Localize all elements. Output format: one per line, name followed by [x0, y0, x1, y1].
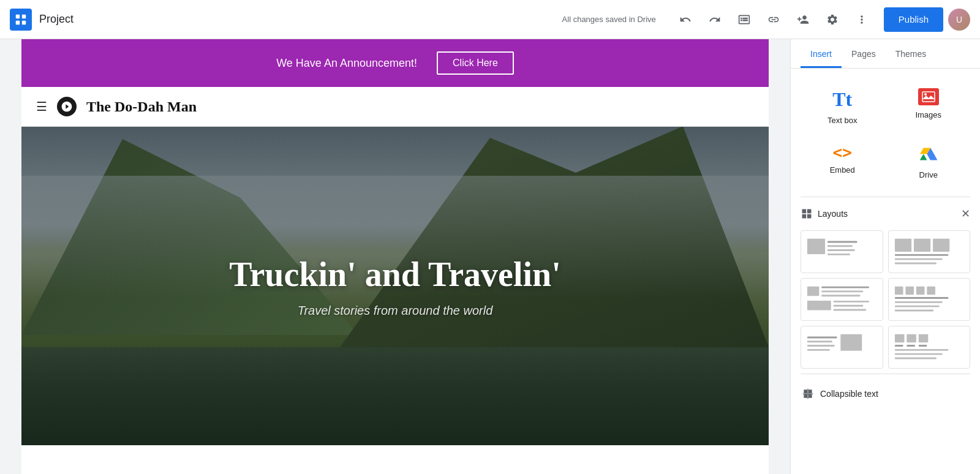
svg-rect-41: [918, 334, 928, 343]
announcement-button[interactable]: Click Here: [437, 51, 514, 75]
svg-rect-10: [827, 249, 855, 251]
svg-rect-0: [16, 14, 20, 18]
layouts-chevron-icon: ✕: [961, 207, 970, 220]
panel-content: Tt Text box Images <>: [791, 69, 980, 474]
svg-rect-17: [894, 262, 936, 264]
undo-button[interactable]: [673, 7, 698, 32]
layout-item-4[interactable]: [888, 278, 971, 321]
collapsible-text-section[interactable]: Collapsible text: [801, 379, 970, 404]
svg-rect-14: [933, 239, 949, 252]
layouts-grid: [801, 230, 970, 369]
announcement-bar: We Have An Announcement! Click Here: [21, 39, 769, 87]
site-logo-icon: [57, 97, 77, 116]
layout-item-5[interactable]: [801, 326, 883, 369]
svg-rect-21: [821, 290, 863, 292]
collapsible-icon: [801, 386, 815, 401]
svg-rect-38: [840, 334, 862, 351]
svg-rect-19: [807, 301, 831, 310]
toolbar-actions: Publish U: [673, 7, 970, 32]
insert-grid: Tt Text box Images <>: [801, 78, 970, 187]
layout-preview-4: [894, 284, 965, 315]
layout-preview-3: [806, 284, 878, 315]
panel-tabs: Insert Pages Themes: [791, 39, 980, 69]
embed-icon: <>: [833, 145, 852, 160]
drive-icon: [918, 145, 939, 165]
page-area: We Have An Announcement! Click Here ☰ Th…: [0, 39, 790, 474]
insert-images[interactable]: Images: [887, 78, 971, 132]
svg-rect-47: [894, 358, 936, 359]
svg-rect-7: [807, 239, 825, 254]
text-box-icon: Tt: [832, 88, 852, 111]
svg-rect-3: [22, 20, 26, 24]
layout-preview-5: [806, 331, 878, 363]
svg-rect-37: [807, 349, 830, 351]
hero-content: Truckin' and Travelin' Travel stories fr…: [21, 127, 769, 445]
svg-rect-34: [807, 337, 837, 339]
right-panel: Insert Pages Themes Tt Text box: [790, 39, 980, 474]
svg-rect-28: [916, 287, 924, 295]
svg-rect-43: [907, 345, 915, 347]
svg-point-6: [924, 93, 927, 96]
svg-rect-20: [821, 287, 869, 288]
svg-rect-25: [834, 309, 866, 311]
tab-themes[interactable]: Themes: [886, 39, 937, 68]
svg-rect-23: [834, 301, 869, 303]
svg-rect-35: [807, 340, 832, 342]
svg-rect-8: [827, 241, 858, 243]
panel-divider-2: [801, 374, 970, 374]
document-title[interactable]: Project: [39, 13, 74, 26]
insert-drive[interactable]: Drive: [887, 135, 971, 187]
svg-rect-9: [827, 245, 853, 247]
redo-button[interactable]: [703, 7, 727, 32]
insert-embed[interactable]: <> Embed: [801, 135, 884, 187]
svg-rect-46: [894, 353, 942, 355]
svg-rect-12: [894, 239, 911, 252]
svg-rect-1: [22, 14, 26, 18]
preview-button[interactable]: [732, 7, 756, 32]
layout-item-6[interactable]: [888, 326, 971, 369]
toolbar: Project All changes saved in Drive Publi…: [0, 0, 980, 39]
svg-rect-32: [894, 306, 939, 307]
svg-rect-31: [894, 301, 942, 303]
svg-rect-22: [821, 295, 860, 296]
hero-subtitle: Travel stories from around the world: [298, 304, 493, 318]
link-button[interactable]: [761, 7, 786, 32]
drive-label: Drive: [919, 170, 938, 179]
tab-pages[interactable]: Pages: [842, 39, 886, 68]
svg-rect-13: [914, 239, 930, 252]
svg-rect-24: [834, 305, 864, 307]
svg-rect-11: [827, 254, 850, 255]
insert-text-box[interactable]: Tt Text box: [801, 78, 884, 132]
svg-marker-5: [922, 96, 935, 99]
layout-item-1[interactable]: [801, 230, 883, 273]
layout-preview-2: [894, 236, 965, 268]
layout-item-2[interactable]: [888, 230, 971, 273]
hamburger-icon[interactable]: ☰: [36, 99, 47, 114]
add-user-button[interactable]: [791, 7, 815, 32]
tab-insert[interactable]: Insert: [801, 39, 842, 68]
save-status: All changes saved in Drive: [562, 15, 656, 24]
panel-divider-1: [801, 197, 970, 197]
layout-preview-1: [806, 236, 878, 268]
settings-button[interactable]: [820, 7, 845, 32]
layouts-header[interactable]: Layouts ✕: [801, 202, 970, 225]
app-logo: [10, 9, 32, 31]
layout-item-3[interactable]: [801, 278, 883, 321]
svg-rect-44: [918, 345, 927, 347]
hero-title: Truckin' and Travelin': [229, 255, 560, 294]
main-area: We Have An Announcement! Click Here ☰ Th…: [0, 39, 980, 474]
svg-rect-40: [907, 334, 916, 343]
avatar[interactable]: U: [948, 9, 970, 31]
publish-button[interactable]: Publish: [884, 7, 943, 32]
more-options-button[interactable]: [850, 7, 874, 32]
svg-rect-39: [894, 334, 904, 343]
svg-rect-15: [894, 254, 948, 256]
site-title: The Do-Dah Man: [86, 99, 197, 115]
svg-rect-45: [894, 349, 948, 351]
images-icon: [918, 88, 939, 105]
svg-rect-4: [922, 92, 935, 102]
page-canvas: We Have An Announcement! Click Here ☰ Th…: [21, 39, 769, 474]
svg-rect-16: [894, 258, 942, 260]
svg-rect-36: [807, 345, 835, 347]
svg-rect-27: [905, 287, 914, 295]
